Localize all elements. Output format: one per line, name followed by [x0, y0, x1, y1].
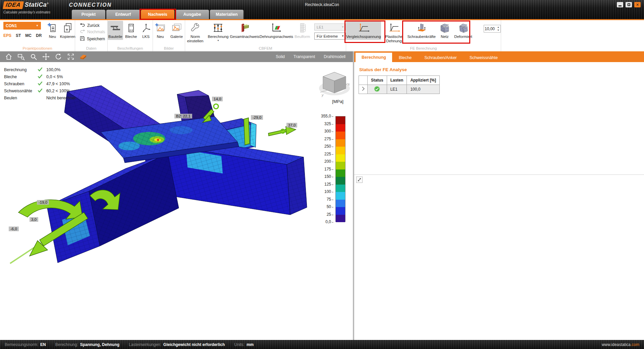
website-text: www.ideastatica: [602, 342, 631, 347]
group-label-daten: Daten: [75, 46, 107, 50]
bolt-label: B2: 22,1: [174, 114, 192, 118]
results-tab-schrauben-anker[interactable]: Schrauben/Anker: [418, 53, 463, 62]
maximize-button[interactable]: [626, 2, 632, 7]
scale-tick: 355,0: [318, 114, 333, 118]
close-button[interactable]: ✕: [634, 2, 641, 7]
redo-button[interactable]: Nochmals: [79, 29, 106, 35]
rotate-icon[interactable]: [54, 53, 62, 61]
mode-mc[interactable]: MC: [25, 33, 32, 38]
check-value: 47,9 < 100%: [46, 82, 76, 86]
row-expander[interactable]: [359, 85, 368, 94]
check-row-berechnung: Berechnung 100,0%: [4, 66, 76, 73]
fe-model-canvas[interactable]: Berechnung 100,0% Bleche 0,0 < 5% Schrau…: [0, 62, 353, 340]
home-view-icon[interactable]: [5, 53, 13, 61]
new-image-button[interactable]: Neu: [153, 21, 167, 40]
pan-icon[interactable]: [42, 53, 50, 61]
result-check-list: Berechnung 100,0% Bleche 0,0 < 5% Schrau…: [4, 66, 76, 101]
spinner-arrows-icon[interactable]: ▲▼: [496, 26, 500, 32]
plastic-strain-label: Plastische Dehnung: [384, 35, 405, 43]
plate-icon: [128, 22, 134, 34]
load-case-select[interactable]: LE1 ▼: [314, 23, 346, 31]
scale-tick: 225: [318, 152, 333, 156]
stress-scale-body: 355,0 325 300 275 250 225 200 175 150 12…: [317, 116, 351, 227]
tab-materialien[interactable]: Materialien: [210, 10, 244, 19]
tab-ausgabe[interactable]: Ausgabe: [175, 10, 209, 19]
statusbar-label: Bemessungsnorm:: [5, 342, 38, 347]
tab-nachweis[interactable]: Nachweis: [141, 10, 174, 19]
scale-band: [336, 177, 345, 185]
zoom-icon[interactable]: [30, 53, 38, 61]
scale-band: [336, 116, 345, 124]
scale-band: [336, 162, 345, 169]
website-link[interactable]: www.ideastatica.com: [602, 342, 639, 347]
view-cube[interactable]: y x: [317, 68, 352, 100]
undo-button[interactable]: Zurück: [79, 23, 100, 28]
save-button[interactable]: Speichern: [79, 36, 106, 42]
overall-check-button[interactable]: Gesamtnachweis: [231, 21, 259, 40]
render-mode-transparent[interactable]: Transparent: [293, 54, 315, 59]
new-image-icon: [155, 22, 166, 34]
ribbon-group-bilder: Neu Galerie Bilder: [153, 20, 185, 51]
beam-icon: [110, 22, 121, 34]
calculate-button[interactable]: Berechnung ▼: [208, 21, 228, 43]
tab-projekt[interactable]: Projekt: [72, 10, 105, 19]
tab-entwurf[interactable]: Entwurf: [106, 10, 140, 19]
ribbon-filler: [501, 20, 644, 51]
minimize-button[interactable]: [617, 2, 623, 7]
deformation-scale-spinner[interactable]: 10,00 ▲▼: [484, 25, 501, 33]
results-tab-schweissnaehte[interactable]: Schweissnähte: [464, 53, 504, 62]
strain-check-button[interactable]: Dehnungsnachweis: [261, 21, 291, 40]
new-position-button[interactable]: Neu: [46, 21, 59, 40]
check-row-schweissnaehte: Schweissnähte 60,2 < 100%: [4, 87, 76, 94]
save-label: Speichern: [87, 37, 105, 41]
results-tab-bar: Berechnung Bleche Schrauben/Anker Schwei…: [354, 51, 644, 62]
extreme-select[interactable]: Für Extreme ▼: [314, 33, 346, 40]
labels-members-button[interactable]: Bauteile: [108, 21, 123, 40]
new-image-label: Neu: [157, 35, 164, 39]
connection-check-icon: [239, 22, 250, 34]
position-selector-value: CON1: [6, 23, 17, 28]
check-row-beulen: Beulen Nicht berechnet: [4, 94, 76, 101]
group-label-cbfem: CBFEM: [185, 46, 346, 50]
bolt-forces-label: Schraubenkräfte: [407, 35, 435, 39]
redo-icon: [80, 30, 85, 34]
group-label-fe-berechnung: FE Berechnung: [346, 46, 501, 50]
solid-view-icon[interactable]: [79, 53, 87, 61]
zoom-window-icon[interactable]: [17, 53, 25, 61]
render-mode-solid[interactable]: Solid: [276, 54, 285, 59]
render-mode-wireframe[interactable]: Drahtmodell: [324, 54, 345, 59]
bolt-forces-button[interactable]: Schraubenkräfte: [407, 21, 436, 40]
position-selector[interactable]: CON1 ▼: [3, 22, 41, 30]
check-pass-icon: [38, 67, 46, 72]
code-setup-button[interactable]: Norm einstellen: [185, 21, 205, 44]
mode-eps[interactable]: EPS: [3, 33, 11, 38]
expand-section-button[interactable]: [356, 177, 363, 183]
zoom-fit-icon[interactable]: [67, 53, 75, 61]
calculate-label: Berechnung: [208, 35, 228, 39]
bolt-forces-icon: [416, 22, 427, 34]
statusbar-item-berechnung: Berechnung: Spannung, Dehnung: [55, 342, 119, 347]
deformed-button[interactable]: Deformiert: [453, 21, 473, 40]
results-tab-berechnung[interactable]: Berechnung: [356, 53, 392, 62]
labels-lcs-button[interactable]: LKS: [139, 21, 153, 40]
mesh-button[interactable]: Netz: [438, 21, 451, 40]
statusbar-label: Lasteinwirkungen:: [129, 342, 161, 347]
copy-position-button[interactable]: Kopieren: [60, 21, 75, 40]
scale-band: [336, 132, 345, 139]
check-label: Schrauben: [4, 82, 38, 86]
scale-band: [336, 207, 345, 215]
results-tab-bleche[interactable]: Bleche: [393, 53, 418, 62]
gallery-button[interactable]: Galerie: [169, 21, 184, 40]
equivalent-stress-button[interactable]: Vergleichsspannung: [346, 21, 381, 40]
statusbar-value: Gleichgewicht nicht erforderlich: [163, 342, 225, 347]
scale-tick: 300: [318, 129, 333, 134]
statusbar-label: Units:: [234, 342, 245, 347]
buckling-button[interactable]: Beulform: [294, 21, 310, 40]
ribbon-group-fe: Vergleichsspannung Plastische Dehnung Sc…: [346, 20, 501, 51]
labels-plates-button[interactable]: Bleche: [124, 21, 138, 40]
mode-st[interactable]: ST: [16, 33, 21, 38]
plastic-strain-button[interactable]: Plastische Dehnung: [383, 21, 405, 44]
tagline: Calculate yesterday's estimates: [3, 10, 50, 14]
window-controls: ✕: [617, 2, 641, 7]
mode-dr[interactable]: DR: [36, 33, 42, 38]
